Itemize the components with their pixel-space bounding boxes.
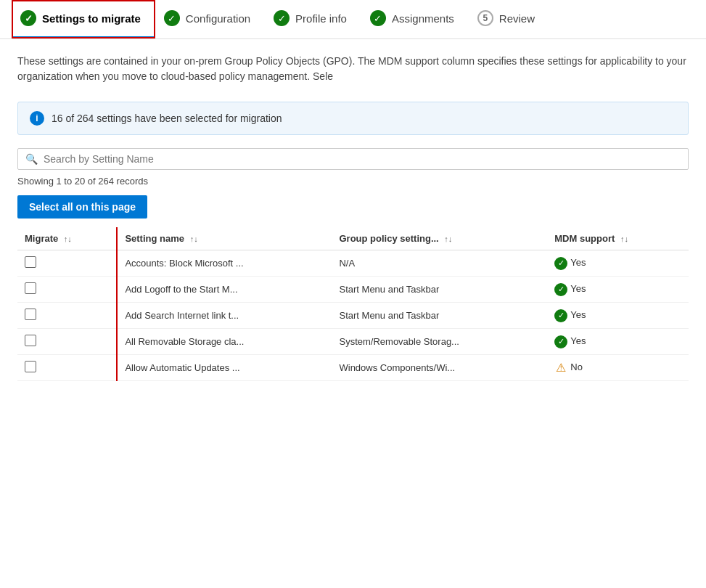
check-icon-configuration: ✓ bbox=[164, 10, 180, 26]
group-policy-cell: Start Menu and Taskbar bbox=[332, 303, 547, 329]
migrate-cell bbox=[17, 277, 117, 303]
setting-name-cell: Add Logoff to the Start M... bbox=[117, 277, 332, 303]
wizard-step-label-review: Review bbox=[499, 12, 535, 25]
mdm-support-cell: ✓Yes bbox=[547, 250, 689, 277]
table-row: Add Search Internet link t...Start Menu … bbox=[17, 303, 689, 329]
search-box[interactable]: 🔍 bbox=[17, 148, 689, 170]
migrate-cell bbox=[17, 250, 117, 277]
showing-records-text: Showing 1 to 20 of 264 records bbox=[17, 176, 689, 187]
search-icon: 🔍 bbox=[25, 153, 38, 165]
warning-icon: ⚠ bbox=[554, 362, 567, 375]
check-icon-settings: ✓ bbox=[20, 10, 36, 26]
banner-text: 16 of 264 settings have been selected fo… bbox=[52, 113, 282, 124]
group-policy-cell: Start Menu and Taskbar bbox=[332, 277, 547, 303]
settings-table: Migrate ↑↓ Setting name ↑↓ Group policy … bbox=[17, 227, 689, 381]
setting-name-cell: Accounts: Block Microsoft ... bbox=[117, 250, 332, 277]
wizard-step-label-configuration: Configuration bbox=[186, 12, 250, 25]
table-row: Accounts: Block Microsoft ...N/A✓Yes bbox=[17, 250, 689, 277]
wizard-step-label-assignments: Assignments bbox=[392, 12, 454, 25]
migrate-checkbox[interactable] bbox=[25, 256, 36, 268]
migrate-checkbox[interactable] bbox=[25, 309, 36, 320]
mdm-support-cell: ✓Yes bbox=[547, 277, 689, 303]
num-icon-review: 5 bbox=[477, 10, 493, 26]
description-text: These settings are contained in your on-… bbox=[17, 54, 689, 84]
sort-arrows-migrate[interactable]: ↑↓ bbox=[64, 234, 72, 243]
group-policy-cell: System/Removable Storag... bbox=[332, 329, 547, 355]
wizard-step-profile-info[interactable]: ✓ Profile info bbox=[265, 0, 361, 38]
setting-name-cell: Allow Automatic Updates ... bbox=[117, 355, 332, 381]
wizard-step-settings-to-migrate[interactable]: ✓ Settings to migrate bbox=[12, 0, 155, 38]
migrate-cell bbox=[17, 303, 117, 329]
col-header-mdm-support: MDM support ↑↓ bbox=[547, 227, 689, 250]
sort-arrows-setting[interactable]: ↑↓ bbox=[190, 234, 198, 243]
setting-name-cell: All Removable Storage cla... bbox=[117, 329, 332, 355]
migrate-checkbox[interactable] bbox=[25, 335, 36, 346]
check-icon: ✓ bbox=[554, 309, 567, 322]
check-icon: ✓ bbox=[554, 257, 567, 270]
wizard-step-configuration[interactable]: ✓ Configuration bbox=[155, 0, 265, 38]
wizard-step-label-profile: Profile info bbox=[295, 12, 347, 25]
check-icon: ✓ bbox=[554, 335, 567, 348]
migrate-checkbox[interactable] bbox=[25, 282, 36, 294]
mdm-support-cell: ✓Yes bbox=[547, 303, 689, 329]
wizard-step-review[interactable]: 5 Review bbox=[469, 0, 549, 38]
sort-arrows-group[interactable]: ↑↓ bbox=[444, 234, 452, 243]
table-row: All Removable Storage cla...System/Remov… bbox=[17, 329, 689, 355]
sort-arrows-mdm[interactable]: ↑↓ bbox=[620, 234, 628, 243]
wizard-step-assignments[interactable]: ✓ Assignments bbox=[361, 0, 469, 38]
wizard-step-label-settings: Settings to migrate bbox=[42, 12, 141, 25]
check-icon-assignments: ✓ bbox=[370, 10, 386, 26]
main-content: These settings are contained in your on-… bbox=[0, 39, 706, 396]
check-icon: ✓ bbox=[554, 283, 567, 296]
info-banner: i 16 of 264 settings have been selected … bbox=[17, 102, 689, 135]
search-input[interactable] bbox=[44, 153, 681, 165]
mdm-support-cell: ✓Yes bbox=[547, 329, 689, 355]
check-icon-profile: ✓ bbox=[274, 10, 290, 26]
group-policy-cell: N/A bbox=[332, 250, 547, 277]
wizard-steps: ✓ Settings to migrate ✓ Configuration ✓ … bbox=[0, 0, 706, 39]
info-icon: i bbox=[30, 111, 44, 126]
migrate-cell bbox=[17, 329, 117, 355]
migrate-cell bbox=[17, 355, 117, 381]
setting-name-cell: Add Search Internet link t... bbox=[117, 303, 332, 329]
col-header-setting-name: Setting name ↑↓ bbox=[117, 227, 332, 250]
migrate-checkbox[interactable] bbox=[25, 361, 36, 372]
select-all-button[interactable]: Select all on this page bbox=[17, 195, 147, 219]
col-header-group-policy: Group policy setting... ↑↓ bbox=[332, 227, 547, 250]
table-row: Add Logoff to the Start M...Start Menu a… bbox=[17, 277, 689, 303]
mdm-support-cell: ⚠No bbox=[547, 355, 689, 381]
group-policy-cell: Windows Components/Wi... bbox=[332, 355, 547, 381]
col-header-migrate: Migrate ↑↓ bbox=[17, 227, 117, 250]
table-row: Allow Automatic Updates ...Windows Compo… bbox=[17, 355, 689, 381]
